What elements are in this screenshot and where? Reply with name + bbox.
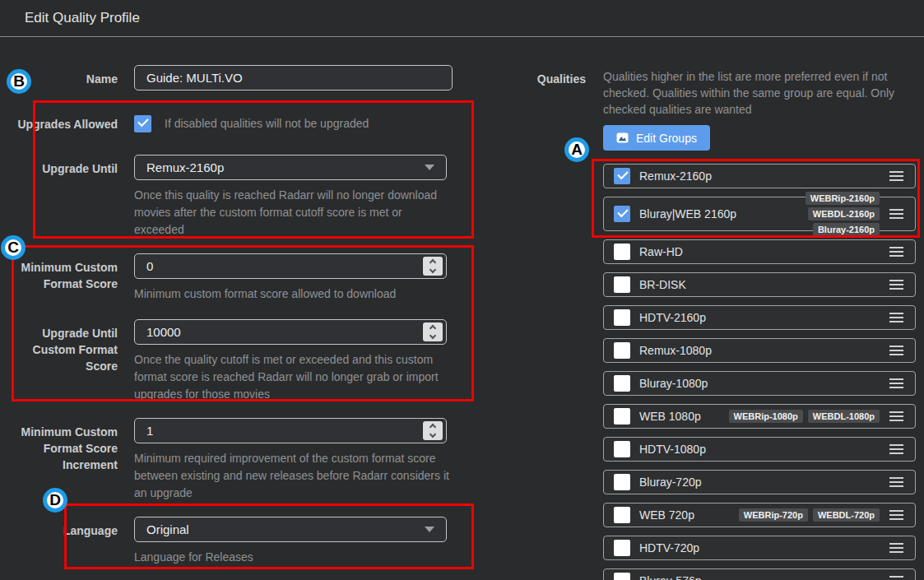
drag-handle-icon[interactable] (889, 411, 903, 421)
quality-name: WEB 720p (639, 508, 694, 522)
quality-list: Remux-2160p Bluray|WEB 2160p WEBRip-2160… (603, 164, 916, 580)
quality-name: BR-DISK (639, 278, 686, 291)
quality-item[interactable]: Remux-1080p (603, 338, 916, 363)
quality-item[interactable]: Remux-2160p (603, 164, 916, 188)
quality-checkbox[interactable] (614, 168, 630, 184)
quality-item[interactable]: Raw-HD (603, 239, 916, 264)
quality-checkbox[interactable] (614, 309, 630, 326)
quality-badge: WEBDL-720p (813, 508, 880, 522)
quality-checkbox[interactable] (614, 507, 630, 523)
quality-name: Raw-HD (639, 245, 683, 258)
language-select[interactable]: Original (134, 517, 447, 542)
quality-item[interactable]: Bluray-1080p (603, 371, 916, 396)
upgrades-allowed-form-group: Upgrades Allowed If disabled qualities w… (0, 114, 494, 132)
quality-badges: WEBRip-720pWEBDL-720p (739, 508, 880, 522)
quality-name: Bluray-576p (639, 574, 702, 580)
quality-checkbox[interactable] (614, 573, 630, 580)
number-spinner[interactable] (423, 322, 443, 341)
upgrade-until-score-form-group: Upgrade Until Custom Format Score 10000 … (0, 319, 494, 403)
drag-handle-icon[interactable] (889, 280, 903, 290)
quality-checkbox[interactable] (614, 375, 630, 392)
language-help: Language for Releases (134, 549, 453, 566)
upgrade-until-score-label: Upgrade Until Custom Format Score (0, 319, 134, 403)
quality-checkbox[interactable] (614, 276, 630, 293)
quality-item[interactable]: HDTV-1080p (603, 437, 916, 462)
quality-checkbox[interactable] (614, 244, 630, 260)
drag-handle-icon[interactable] (889, 209, 903, 219)
annotation-letter-b: B (7, 69, 31, 94)
drag-handle-icon[interactable] (889, 346, 903, 355)
upgrade-until-label: Upgrade Until (0, 155, 134, 239)
quality-badge: WEBRip-720p (739, 508, 808, 522)
dialog-header: Edit Quality Profile (0, 0, 924, 37)
upgrade-until-form-group: Upgrade Until Remux-2160p Once this qual… (0, 155, 494, 239)
upgrade-until-score-value: 10000 (146, 325, 181, 339)
chevron-down-icon (425, 165, 434, 170)
drag-handle-icon[interactable] (889, 247, 903, 257)
spinner-down-icon[interactable] (429, 267, 436, 273)
quality-item[interactable]: WEB 720p WEBRip-720pWEBDL-720p (603, 503, 916, 527)
quality-badge: WEBDL-1080p (808, 410, 880, 423)
drag-handle-icon[interactable] (889, 378, 903, 388)
edit-groups-button[interactable]: Edit Groups (603, 125, 710, 151)
upgrade-until-select[interactable]: Remux-2160p (134, 155, 447, 180)
upgrades-allowed-label: Upgrades Allowed (0, 114, 134, 132)
drag-handle-icon[interactable] (889, 171, 903, 181)
quality-item[interactable]: BR-DISK (603, 272, 916, 297)
quality-name: WEB 1080p (639, 410, 701, 423)
quality-badge: WEBRip-1080p (729, 410, 803, 423)
quality-item[interactable]: HDTV-720p (603, 536, 916, 560)
annotation-letter-a: A (564, 137, 589, 162)
quality-checkbox[interactable] (614, 540, 630, 556)
quality-checkbox[interactable] (614, 441, 630, 457)
quality-badges: WEBRip-2160pWEBDL-2160pBluray-2160p (736, 192, 880, 236)
annotation-letter-c: C (1, 235, 26, 260)
spinner-up-icon[interactable] (429, 259, 436, 266)
spinner-up-icon[interactable] (429, 424, 436, 430)
quality-name: HDTV-720p (639, 541, 699, 554)
spinner-up-icon[interactable] (429, 325, 436, 332)
drag-handle-icon[interactable] (889, 444, 903, 454)
quality-item[interactable]: Bluray-720p (603, 470, 916, 494)
spinner-down-icon[interactable] (429, 431, 436, 438)
quality-item[interactable]: HDTV-2160p (603, 305, 916, 330)
min-format-score-help: Minimum custom format score allowed to d… (134, 285, 453, 303)
language-label: Language (0, 517, 134, 566)
quality-item[interactable]: WEB 1080p WEBRip-1080pWEBDL-1080p (603, 404, 916, 429)
min-format-score-form-group: Minimum Custom Format Score 0 Minimum cu… (0, 253, 494, 303)
quality-checkbox[interactable] (614, 206, 630, 222)
upgrades-allowed-checkbox[interactable] (134, 115, 151, 132)
quality-checkbox[interactable] (614, 342, 630, 359)
number-spinner[interactable] (423, 257, 443, 276)
drag-handle-icon[interactable] (889, 510, 903, 520)
drag-handle-icon[interactable] (889, 477, 903, 487)
drag-handle-icon[interactable] (889, 313, 903, 322)
quality-checkbox[interactable] (614, 408, 630, 425)
group-image-icon (616, 132, 629, 143)
spinner-down-icon[interactable] (429, 332, 436, 339)
quality-name: Bluray|WEB 2160p (639, 207, 736, 220)
min-format-score-input[interactable]: 0 (134, 253, 447, 279)
edit-quality-profile-dialog: Edit Quality Profile Name Upgrades Allow… (0, 0, 924, 580)
dialog-title: Edit Quality Profile (25, 10, 140, 26)
language-form-group: Language Original Language for Releases (0, 517, 494, 566)
name-form-group: Name (0, 65, 494, 90)
number-spinner[interactable] (423, 421, 443, 440)
drag-handle-icon[interactable] (889, 543, 903, 553)
language-value: Original (146, 522, 189, 536)
quality-badges: WEBRip-1080pWEBDL-1080p (729, 410, 880, 423)
quality-checkbox[interactable] (614, 474, 630, 490)
quality-name: Bluray-720p (639, 476, 702, 489)
name-input[interactable] (134, 65, 453, 90)
drag-handle-icon[interactable] (889, 576, 903, 580)
min-format-score-value: 0 (146, 259, 153, 273)
min-increment-input[interactable]: 1 (134, 418, 447, 443)
upgrade-until-score-input[interactable]: 10000 (134, 319, 447, 345)
min-format-score-label: Minimum Custom Format Score (0, 253, 134, 303)
chevron-down-icon (425, 527, 434, 532)
quality-item[interactable]: Bluray-576p (603, 568, 916, 580)
quality-name: HDTV-1080p (639, 443, 706, 456)
upgrades-allowed-help: If disabled qualities will not be upgrad… (165, 117, 369, 130)
quality-name: HDTV-2160p (639, 311, 706, 324)
quality-item[interactable]: Bluray|WEB 2160p WEBRip-2160pWEBDL-2160p… (603, 197, 916, 231)
